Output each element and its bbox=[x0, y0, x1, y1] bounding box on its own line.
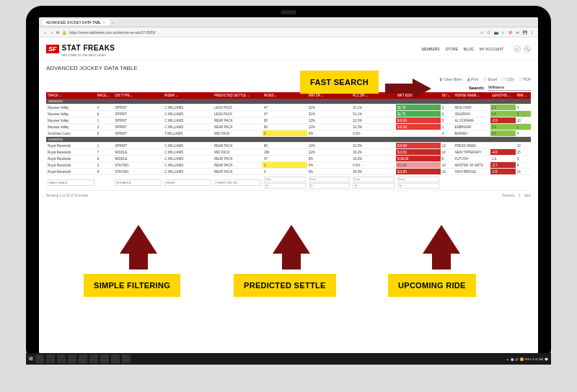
filter-from[interactable] bbox=[353, 177, 395, 182]
filter-to[interactable] bbox=[264, 183, 306, 189]
search-input[interactable] bbox=[488, 84, 531, 91]
csv-button[interactable]: 📄 CSV bbox=[501, 77, 514, 81]
page-content: SF STAT FREAKS WELCOME TO THE NEXT LEVEL… bbox=[39, 37, 538, 353]
table-row[interactable]: Moonee Valley6SPRINTC.WILLIAMSLEAD PACK4… bbox=[46, 111, 531, 117]
ext-icon[interactable]: k bbox=[501, 30, 506, 35]
export-bar: 🗑 Clear filters 🖨 Print 📄 Excel 📄 CSV 📄 … bbox=[39, 76, 538, 83]
logo-text: STAT FREAKS bbox=[62, 44, 115, 52]
table-row[interactable]: Moonee Valley2SPRINTC.WILLIAMSREAR PACK8… bbox=[46, 124, 531, 130]
page-title: ADVANCED JOCKEY DATA TABLE bbox=[39, 61, 538, 76]
search-row: Search: bbox=[39, 83, 538, 92]
column-header[interactable]: LENGTHS ▲ bbox=[490, 92, 516, 99]
tablet-camera bbox=[281, 10, 296, 14]
column-header[interactable]: RIDER ▲ bbox=[163, 92, 213, 99]
browser-tab-strip: ADVANCED JOCKEY DATA TABL × + bbox=[39, 17, 538, 27]
nav-blog[interactable]: BLOG bbox=[464, 47, 474, 51]
filter-row bbox=[46, 175, 531, 191]
tablet-frame: ADVANCED JOCKEY DATA TABL × + ← → ⟳ 🔒 ht… bbox=[26, 6, 551, 365]
excel-button[interactable]: 📄 Excel bbox=[483, 77, 497, 81]
prev-button[interactable]: Previous bbox=[502, 194, 515, 197]
ext-icon[interactable]: 💾 bbox=[522, 30, 527, 35]
arrow-icon bbox=[273, 225, 310, 254]
callout-predicted-settle: PREDICTED SETTLE bbox=[234, 274, 336, 297]
table-row[interactable]: Royal Randwick7MIDDLEC.WILLIAMSMID PACK1… bbox=[46, 149, 531, 156]
table-row[interactable]: Sunshine Coast5SPRINTT.WILLIAMSMID PACK0… bbox=[46, 130, 531, 137]
filter-to[interactable] bbox=[309, 183, 351, 189]
table-row[interactable]: Royal Randwick1SPRINTC.WILLIAMSREAR PACK… bbox=[46, 143, 531, 149]
extensions: G 📷 k M m 💾 bbox=[486, 30, 527, 35]
filter-input[interactable] bbox=[164, 179, 211, 186]
arrow-icon bbox=[423, 225, 460, 254]
ext-icon[interactable]: M bbox=[508, 30, 513, 35]
date-group: 29/09/2019 bbox=[46, 137, 531, 143]
paging-info: Showing 1 to 10 of 10 entries bbox=[46, 194, 88, 197]
url-field[interactable]: https://www.statfreaks.com.au/secure-an-… bbox=[69, 30, 477, 35]
nav-account[interactable]: MY ACCOUNT bbox=[480, 47, 503, 51]
ext-icon[interactable]: G bbox=[486, 30, 491, 35]
callout-simple-filtering: SIMPLE FILTERING bbox=[84, 274, 180, 297]
pdf-button[interactable]: 📄 PDF bbox=[519, 77, 531, 81]
arrow-icon bbox=[129, 252, 148, 270]
column-header[interactable]: PREDICTED SETTLE ▲ bbox=[213, 92, 263, 99]
filter-input[interactable] bbox=[214, 179, 261, 186]
data-table: TRACK ▲RACE ▲DIS TYPE ▲RIDER ▲PREDICTED … bbox=[46, 92, 531, 191]
search-icon[interactable]: 🔍 bbox=[524, 45, 531, 53]
filter-from[interactable] bbox=[264, 177, 306, 182]
new-tab-button[interactable]: + bbox=[113, 20, 115, 24]
table-row[interactable]: Moonee Valley4SPRINTC.WILLIAMSLEAD PACK4… bbox=[46, 104, 531, 111]
table-header: TRACK ▲RACE ▲DIS TYPE ▲RIDER ▲PREDICTED … bbox=[46, 92, 531, 99]
page-number[interactable]: 1 bbox=[519, 194, 521, 197]
filter-from[interactable] bbox=[309, 177, 351, 182]
filter-from[interactable] bbox=[397, 177, 439, 182]
filter-input[interactable] bbox=[115, 179, 162, 186]
logo-subtitle: WELCOME TO THE NEXT LEVEL bbox=[62, 53, 115, 57]
nav-members[interactable]: MEMBERS bbox=[421, 47, 439, 51]
arrow-icon bbox=[120, 225, 157, 254]
ext-icon[interactable]: m bbox=[515, 30, 520, 35]
clear-filters-button[interactable]: 🗑 Clear filters bbox=[439, 77, 462, 81]
reload-icon[interactable]: ⟳ bbox=[56, 30, 59, 35]
column-header[interactable]: RNK ▲ bbox=[516, 92, 531, 99]
browser-tab[interactable]: ADVANCED JOCKEY DATA TABL × bbox=[42, 19, 110, 25]
filter-to[interactable] bbox=[353, 183, 395, 189]
table-row[interactable]: Royal Randwick3STAYINGC.WILLIAMSREAR PAC… bbox=[46, 162, 531, 169]
table-row[interactable]: Royal Randwick6MIDDLEC.WILLIAMSREAR PACK… bbox=[46, 156, 531, 162]
back-icon[interactable]: ← bbox=[43, 30, 47, 35]
column-header[interactable]: HORSE NAME ▲ bbox=[454, 92, 490, 99]
arrow-icon bbox=[432, 252, 451, 270]
tab-title: ADVANCED JOCKEY DATA TABL bbox=[46, 20, 101, 24]
date-group: 28/09/2019 bbox=[46, 99, 531, 104]
lock-icon: 🔒 bbox=[62, 30, 66, 35]
next-button[interactable]: Next bbox=[524, 194, 531, 197]
ext-icon[interactable]: 📷 bbox=[493, 30, 498, 35]
column-header[interactable]: RACE ▲ bbox=[96, 92, 114, 99]
star-icon[interactable]: ☆ bbox=[480, 30, 483, 35]
arrow-icon bbox=[282, 252, 301, 270]
print-button[interactable]: 🖨 Print bbox=[467, 77, 479, 81]
callout-fast-search: FAST SEARCH bbox=[300, 71, 379, 94]
column-header[interactable]: TRACK ▲ bbox=[46, 92, 96, 99]
table-row[interactable]: Royal Randwick8STAYINGC.WILLIAMSREAR PAC… bbox=[46, 169, 531, 175]
callout-upcoming-ride: UPCOMING RIDE bbox=[388, 274, 476, 297]
logo-badge: SF bbox=[46, 45, 59, 53]
paging: Showing 1 to 10 of 10 entries Previous 1… bbox=[39, 191, 538, 200]
screen: ADVANCED JOCKEY DATA TABL × + ← → ⟳ 🔒 ht… bbox=[39, 17, 538, 353]
menu-icon[interactable]: ⋮ bbox=[530, 30, 534, 35]
filter-input[interactable] bbox=[48, 179, 94, 186]
table-row[interactable]: Moonee Valley1SPRINTC.WILLIAMSREAR PACK8… bbox=[46, 117, 531, 124]
column-header[interactable]: DIS TYPE ▲ bbox=[113, 92, 163, 99]
forward-icon[interactable]: → bbox=[50, 30, 53, 35]
arrow-icon bbox=[385, 84, 414, 94]
site-header: SF STAT FREAKS WELCOME TO THE NEXT LEVEL… bbox=[39, 37, 538, 61]
main-nav: MEMBERS STORE BLOG MY ACCOUNT 🛒 🔍 bbox=[421, 45, 531, 53]
nav-store[interactable]: STORE bbox=[446, 47, 458, 51]
column-header[interactable]: NO ▲ bbox=[441, 92, 454, 99]
filter-to[interactable] bbox=[397, 183, 439, 189]
arrow-icon bbox=[413, 79, 431, 99]
logo[interactable]: SF STAT FREAKS WELCOME TO THE NEXT LEVEL bbox=[46, 40, 115, 57]
search-label: Search: bbox=[469, 86, 485, 90]
close-icon[interactable]: × bbox=[103, 20, 105, 24]
address-bar: ← → ⟳ 🔒 https://www.statfreaks.com.au/se… bbox=[39, 27, 538, 37]
cart-icon[interactable]: 🛒 bbox=[514, 45, 521, 53]
